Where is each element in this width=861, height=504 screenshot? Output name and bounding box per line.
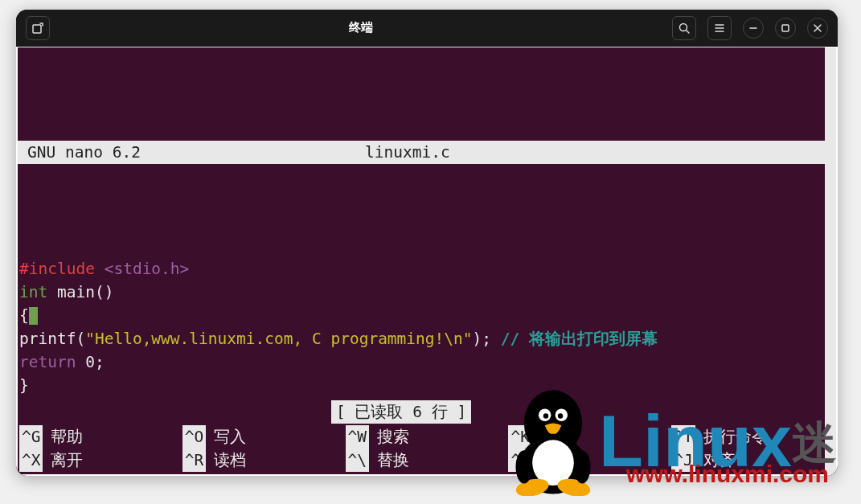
nano-editor-area[interactable]: #include <stdio.h> int main() { printf("… <box>18 234 836 420</box>
shortcut-replace[interactable]: ^\替换 <box>346 449 509 472</box>
text-cursor <box>29 307 38 325</box>
code-comment: // 将输出打印到屏幕 <box>501 330 658 348</box>
code-string: "Hello,www.linuxmi.com, C programming!\n… <box>85 330 472 348</box>
svg-point-10 <box>515 476 551 496</box>
code-brace-open: { <box>19 306 29 325</box>
svg-point-1 <box>680 23 687 31</box>
maximize-icon <box>779 22 792 35</box>
code-preproc: #include <box>19 260 95 278</box>
shortcut-readfile[interactable]: ^R读档 <box>182 449 346 472</box>
svg-rect-0 <box>33 25 41 33</box>
nano-filename: linuxmi.c <box>365 141 450 164</box>
shortcut-paste[interactable]: ^U粘贴 <box>508 449 671 472</box>
nano-status-message: [ 已读取 6 行 ] <box>331 400 471 424</box>
terminal-window: 终端 GNU nano 6.2 linuxmi.c #include <box>16 10 838 476</box>
code-brace-close: } <box>19 376 29 395</box>
shortcut-exit[interactable]: ^X离开 <box>19 449 182 472</box>
shortcut-justify[interactable]: ^J对齐 <box>671 449 834 472</box>
code-header: <stdio.h> <box>105 260 190 278</box>
hamburger-icon <box>713 22 726 35</box>
search-icon <box>678 22 691 35</box>
code-keyword-int: int <box>19 283 47 301</box>
terminal-content[interactable]: GNU nano 6.2 linuxmi.c #include <stdio.h… <box>16 47 838 476</box>
new-tab-icon <box>31 22 44 35</box>
code-call-end: ); <box>473 330 501 348</box>
code-zero: 0 <box>76 353 94 371</box>
window-titlebar: 终端 <box>16 10 838 47</box>
menu-button[interactable] <box>707 16 732 40</box>
svg-rect-2 <box>782 25 789 31</box>
shortcut-cut[interactable]: ^K剪切 <box>508 425 671 449</box>
shortcut-writeout[interactable]: ^O写入 <box>182 425 346 449</box>
nano-app-name: GNU nano 6.2 <box>27 141 365 164</box>
minimize-button[interactable] <box>743 18 764 39</box>
search-button[interactable] <box>672 16 696 40</box>
close-button[interactable] <box>807 18 828 39</box>
close-icon <box>811 22 824 35</box>
svg-point-11 <box>556 476 592 496</box>
new-tab-button[interactable] <box>26 16 50 40</box>
shortcut-search[interactable]: ^W搜索 <box>346 425 509 449</box>
code-semi: ; <box>95 353 105 371</box>
code-printf: printf( <box>19 330 85 348</box>
code-keyword-return: return <box>19 353 76 371</box>
nano-shortcut-bar: ^G帮助 ^O写入 ^W搜索 ^K剪切 ^T执行命令 ^X离开 ^R读档 ^\替… <box>19 425 834 472</box>
shortcut-execute[interactable]: ^T执行命令 <box>671 425 834 449</box>
terminal-scrollbar[interactable] <box>825 47 836 474</box>
code-main: main() <box>47 283 113 301</box>
nano-titlebar: GNU nano 6.2 linuxmi.c <box>18 141 836 164</box>
minimize-icon <box>747 22 760 35</box>
shortcut-help[interactable]: ^G帮助 <box>19 425 182 449</box>
window-title: 终端 <box>53 20 669 35</box>
maximize-button[interactable] <box>775 18 796 39</box>
